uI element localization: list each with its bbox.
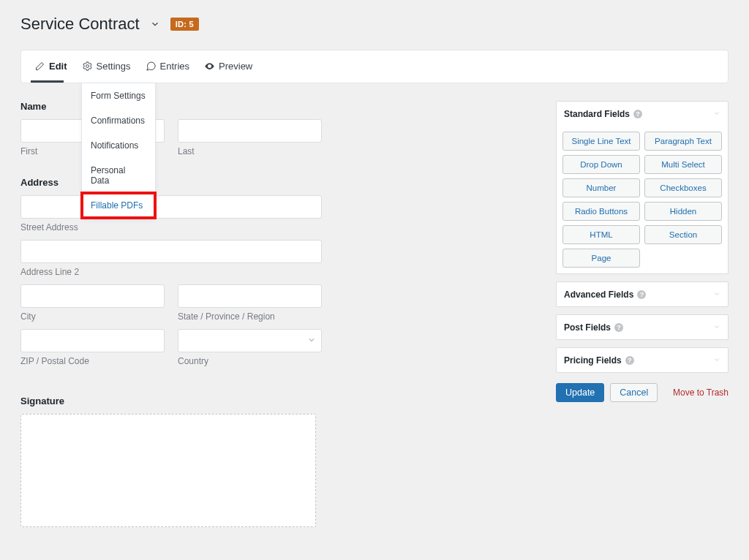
form-toolbar: Edit Settings Entries Preview Form Setti…	[20, 50, 729, 83]
panel-advanced-header[interactable]: Advanced Fields?	[557, 282, 728, 306]
field-html[interactable]: HTML	[562, 225, 640, 244]
menu-fillable-pdfs[interactable]: Fillable PDFs	[82, 193, 155, 218]
tab-entries[interactable]: Entries	[138, 50, 197, 83]
panel-pricing-title: Pricing Fields	[564, 355, 622, 366]
last-name-input[interactable]	[178, 119, 322, 143]
field-multi-select[interactable]: Multi Select	[644, 155, 722, 174]
line2-sublabel: Address Line 2	[20, 267, 322, 277]
svg-point-1	[208, 65, 211, 67]
eye-icon	[204, 61, 215, 72]
chevron-down-icon	[713, 322, 720, 333]
signature-pad[interactable]	[20, 414, 316, 527]
tab-entries-label: Entries	[160, 61, 189, 72]
update-button[interactable]: Update	[556, 383, 604, 402]
form-title: Service Contract	[20, 15, 140, 34]
sidebar: Standard Fields? Single Line Text Paragr…	[556, 101, 729, 402]
cancel-button[interactable]: Cancel	[610, 383, 658, 402]
move-to-trash-link[interactable]: Move to Trash	[673, 387, 729, 398]
action-row: Update Cancel Move to Trash	[556, 383, 729, 402]
country-select[interactable]	[178, 329, 322, 352]
field-section[interactable]: Section	[644, 225, 722, 244]
help-icon[interactable]: ?	[633, 110, 642, 118]
settings-dropdown: Form Settings Confirmations Notification…	[81, 83, 156, 219]
gear-icon	[82, 61, 93, 72]
help-icon[interactable]: ?	[614, 323, 623, 332]
field-radio-buttons[interactable]: Radio Buttons	[562, 202, 640, 221]
street-input[interactable]	[20, 195, 322, 219]
line2-input[interactable]	[20, 240, 322, 263]
svg-point-0	[86, 65, 89, 68]
pencil-icon	[34, 61, 45, 72]
standard-fields-grid: Single Line Text Paragraph Text Drop Dow…	[562, 132, 722, 268]
zip-input[interactable]	[20, 329, 165, 352]
field-checkboxes[interactable]: Checkboxes	[644, 178, 722, 197]
panel-advanced-fields: Advanced Fields?	[556, 281, 729, 307]
panel-standard-title: Standard Fields	[564, 109, 630, 119]
panel-pricing-fields: Pricing Fields?	[556, 347, 729, 373]
field-hidden[interactable]: Hidden	[644, 202, 722, 221]
signature-label: Signature	[20, 396, 541, 406]
menu-form-settings[interactable]: Form Settings	[82, 83, 155, 108]
last-sublabel: Last	[178, 146, 322, 156]
panel-pricing-header[interactable]: Pricing Fields?	[557, 348, 728, 372]
zip-sublabel: ZIP / Postal Code	[20, 356, 165, 366]
panel-standard-header[interactable]: Standard Fields?	[557, 102, 728, 126]
state-input[interactable]	[178, 284, 322, 308]
tab-settings[interactable]: Settings	[75, 50, 138, 83]
field-page[interactable]: Page	[562, 249, 640, 268]
menu-notifications[interactable]: Notifications	[82, 133, 155, 158]
field-signature: Signature	[20, 396, 541, 527]
city-sublabel: City	[20, 311, 165, 322]
menu-confirmations[interactable]: Confirmations	[82, 108, 155, 133]
street-sublabel: Street Address	[20, 222, 322, 232]
country-sublabel: Country	[178, 356, 322, 366]
tab-edit[interactable]: Edit	[27, 50, 75, 83]
panel-post-fields: Post Fields?	[556, 314, 729, 340]
tab-settings-label: Settings	[97, 61, 131, 72]
chevron-down-icon	[713, 355, 720, 366]
comment-icon	[146, 61, 157, 72]
field-number[interactable]: Number	[562, 178, 640, 197]
chevron-down-icon	[713, 108, 720, 119]
tab-preview-label: Preview	[219, 61, 252, 72]
toolbar-row: Edit Settings Entries Preview	[21, 50, 728, 83]
form-switcher-chevron[interactable]	[150, 19, 160, 29]
panel-post-title: Post Fields	[564, 322, 611, 333]
page-header: Service Contract ID: 5	[20, 15, 729, 34]
field-paragraph-text[interactable]: Paragraph Text	[644, 132, 722, 151]
help-icon[interactable]: ?	[637, 290, 646, 299]
field-drop-down[interactable]: Drop Down	[562, 155, 640, 174]
state-sublabel: State / Province / Region	[178, 311, 322, 322]
panel-standard-fields: Standard Fields? Single Line Text Paragr…	[556, 101, 729, 274]
id-badge: ID: 5	[170, 18, 199, 31]
chevron-down-icon	[713, 289, 720, 300]
menu-personal-data[interactable]: Personal Data	[82, 158, 155, 193]
field-single-line-text[interactable]: Single Line Text	[562, 132, 640, 151]
tab-edit-label: Edit	[49, 61, 67, 72]
panel-post-header[interactable]: Post Fields?	[557, 315, 728, 339]
tab-preview[interactable]: Preview	[197, 50, 260, 83]
panel-advanced-title: Advanced Fields	[564, 290, 633, 300]
help-icon[interactable]: ?	[625, 356, 634, 365]
city-input[interactable]	[20, 284, 165, 308]
